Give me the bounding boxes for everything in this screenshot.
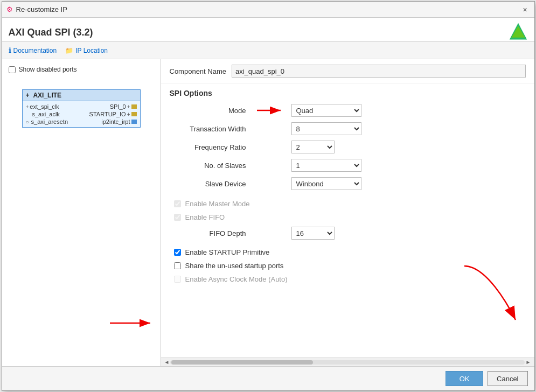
transaction-width-label: Transaction Width xyxy=(170,125,250,133)
fifo-depth-row: FIFO Depth 16 256 xyxy=(170,227,526,240)
share-startup-checkbox[interactable] xyxy=(174,262,181,269)
no-of-slaves-label: No. of Slaves xyxy=(170,162,250,170)
transaction-width-row: Transaction Width 8 16 32 xyxy=(170,122,526,135)
ip-block-body: + ext_spi_clk s_axi_aclk ○ s_axi_aresetn xyxy=(23,101,140,127)
header: AXI Quad SPI (3.2) xyxy=(2,18,534,42)
irpt-connector xyxy=(131,120,137,124)
enable-master-label: Enable Master Mode xyxy=(185,200,250,208)
enable-async-row: Enable Async Clock Mode (Auto) xyxy=(170,275,526,283)
enable-async-label: Enable Async Clock Mode (Auto) xyxy=(185,275,288,283)
right-panel: Component Name SPI Options Mode xyxy=(161,59,534,366)
location-icon: 📁 xyxy=(65,47,73,54)
mode-label: Mode xyxy=(170,107,250,115)
section-title: SPI Options xyxy=(170,89,526,97)
location-label: IP Location xyxy=(75,47,108,54)
bottom-scrollbar: ◄ ► xyxy=(161,358,534,366)
frequency-ratio-select[interactable]: 2 4 16 32 xyxy=(291,141,335,153)
enable-startup-label: Enable STARTUP Primitive xyxy=(185,248,270,256)
no-of-slaves-select[interactable]: 1 2 3 4 xyxy=(291,159,361,172)
no-of-slaves-row: No. of Slaves 1 2 3 4 xyxy=(170,159,526,172)
enable-async-checkbox[interactable] xyxy=(174,276,181,283)
port-ext-spi-clk: + ext_spi_clk xyxy=(26,103,68,110)
ip-location-link[interactable]: 📁 IP Location xyxy=(65,47,108,54)
scroll-left[interactable]: ◄ xyxy=(163,359,171,365)
circle-icon: ○ xyxy=(26,119,29,125)
port-s-axi-aresetn: ○ s_axi_aresetn xyxy=(26,118,68,125)
slave-device-select[interactable]: Winbond None Spansion Micron Macronix Cu… xyxy=(291,177,361,190)
left-panel: Show disabled ports + AXI_LITE + ext_spi… xyxy=(2,59,161,366)
plus-startup-icon: + xyxy=(127,111,130,117)
plus-right-icon: + xyxy=(127,104,130,110)
frequency-ratio-row: Frequency Ratio 2 4 16 32 xyxy=(170,141,526,153)
component-name-input[interactable] xyxy=(232,65,526,78)
svg-marker-1 xyxy=(511,26,525,38)
port-s-axi-aclk: s_axi_aclk xyxy=(26,111,68,117)
dialog: ⚙ Re-customize IP × AXI Quad SPI (3.2) ℹ… xyxy=(2,1,535,391)
toolbar: ℹ Documentation 📁 IP Location xyxy=(2,42,534,59)
startup-connector xyxy=(131,112,137,116)
doc-icon: ℹ xyxy=(9,46,11,54)
enable-startup-checkbox[interactable] xyxy=(174,249,181,256)
dialog-title: Re-customize IP xyxy=(16,5,67,13)
transaction-width-select[interactable]: 8 16 32 xyxy=(291,122,361,135)
documentation-link[interactable]: ℹ Documentation xyxy=(9,46,57,54)
spi0-connector xyxy=(131,104,137,109)
scroll-right[interactable]: ► xyxy=(525,359,532,365)
app-title: AXI Quad SPI (3.2) xyxy=(9,27,93,41)
ok-arrow-overlay xyxy=(421,261,529,325)
show-disabled-label: Show disabled ports xyxy=(19,66,77,73)
slave-device-label: Slave Device xyxy=(170,180,250,188)
enable-fifo-row: Enable FIFO xyxy=(170,213,526,221)
fifo-depth-label: FIFO Depth xyxy=(170,229,250,237)
mode-select[interactable]: Quad Standard Dual xyxy=(291,104,361,117)
enable-fifo-label: Enable FIFO xyxy=(185,213,225,221)
frequency-ratio-label: Frequency Ratio xyxy=(170,143,250,151)
expand-icon: + xyxy=(26,92,30,99)
right-panel-wrapper: Component Name SPI Options Mode xyxy=(161,59,534,366)
port-spi0: SPI_0 + xyxy=(110,103,137,110)
slave-device-row: Slave Device Winbond None Spansion Micro… xyxy=(170,177,526,190)
show-disabled-checkbox[interactable] xyxy=(9,66,16,73)
titlebar-left: ⚙ Re-customize IP xyxy=(6,5,67,13)
doc-label: Documentation xyxy=(13,47,57,54)
share-startup-label: Share the un-used startup ports xyxy=(185,262,284,270)
ip-block-container: + AXI_LITE + ext_spi_clk s_axi_aclk xyxy=(9,89,154,128)
scrollbar-track xyxy=(170,360,524,365)
enable-master-checkbox[interactable] xyxy=(174,200,181,207)
scrollbar-thumb[interactable] xyxy=(171,360,313,365)
ports-left: + ext_spi_clk s_axi_aclk ○ s_axi_aresetn xyxy=(26,103,68,125)
port-irpt: ip2intc_irpt xyxy=(101,118,136,125)
dialog-icon: ⚙ xyxy=(6,5,13,13)
enable-startup-row: Enable STARTUP Primitive xyxy=(170,248,526,256)
share-startup-row: Share the un-used startup ports xyxy=(170,262,526,270)
close-button[interactable]: × xyxy=(520,5,530,15)
ip-block-header: + AXI_LITE xyxy=(23,90,140,101)
component-name-label: Component Name xyxy=(170,67,227,75)
port-startup-io: STARTUP_IO + xyxy=(89,111,137,117)
scrollable-content: SPI Options Mode xyxy=(161,83,534,358)
mode-arrow xyxy=(255,105,287,116)
footer: OK Cancel xyxy=(2,366,534,390)
fifo-depth-select[interactable]: 16 256 xyxy=(291,227,335,240)
plus-icon: + xyxy=(26,104,29,110)
enable-master-row: Enable Master Mode xyxy=(170,200,526,208)
ip-block: + AXI_LITE + ext_spi_clk s_axi_aclk xyxy=(22,89,141,128)
ok-button[interactable]: OK xyxy=(445,371,483,386)
enable-fifo-checkbox[interactable] xyxy=(174,214,181,221)
ports-right: SPI_0 + STARTUP_IO + ip2intc_irpt xyxy=(89,103,137,125)
show-disabled-row: Show disabled ports xyxy=(9,66,154,73)
component-name-row: Component Name xyxy=(161,59,534,83)
cancel-button[interactable]: Cancel xyxy=(488,371,527,386)
vivado-logo xyxy=(509,22,528,41)
content-area: Show disabled ports + AXI_LITE + ext_spi… xyxy=(2,59,534,366)
titlebar: ⚙ Re-customize IP × xyxy=(2,2,534,18)
mode-row: Mode Quad Standard xyxy=(170,104,526,117)
